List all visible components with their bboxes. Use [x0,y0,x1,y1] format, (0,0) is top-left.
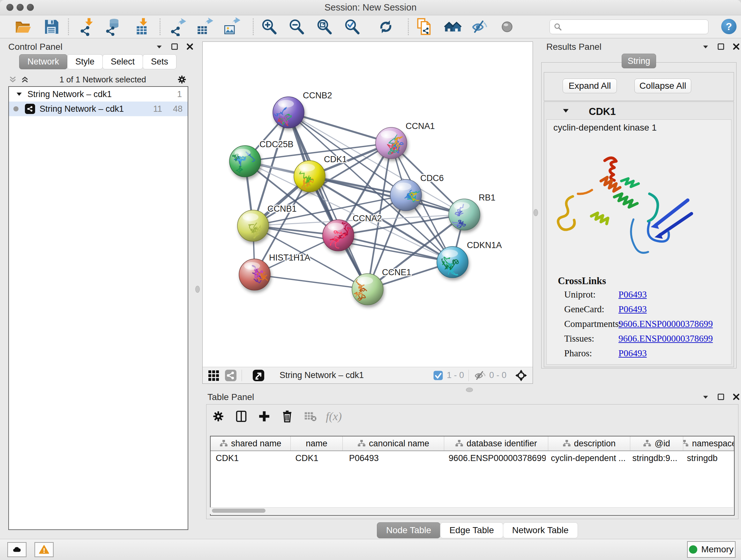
tab-edge-table[interactable]: Edge Table [440,522,503,538]
zoom-out-icon[interactable] [286,17,307,37]
show-all-icon[interactable] [497,17,517,37]
selected-checkbox-icon[interactable] [433,370,444,381]
network-row[interactable]: String Network – cdk1 11 48 [9,102,188,116]
warning-status-button[interactable] [35,542,54,557]
table-header-row: shared namenamecanonical namedatabase id… [211,436,734,451]
collapse-all-button[interactable]: Collapse All [634,78,691,93]
column-header--id[interactable]: @id [630,436,684,450]
hidden-eye-icon[interactable] [473,369,486,382]
birdseye-view-icon[interactable] [252,369,265,382]
network-options-gear-icon[interactable] [176,74,188,85]
column-header-database-identifier[interactable]: database identifier [444,436,548,450]
tab-select[interactable]: Select [103,54,143,69]
tab-node-table[interactable]: Node Table [377,522,441,538]
table-row[interactable]: CDK1CDK1P064939606.ENSP00000378699cyclin… [211,451,734,465]
network-collection-row[interactable]: String Network – cdk1 1 [9,87,188,102]
network-node-CDC6[interactable] [390,179,424,211]
panel-menu-icon[interactable] [701,43,710,51]
import-network-icon[interactable] [76,17,96,37]
column-header-namespace[interactable]: namespace [683,436,734,450]
column-header-shared-name[interactable]: shared name [211,436,291,450]
add-column-icon[interactable] [257,409,272,424]
network-node-CCNA2[interactable] [323,220,358,251]
grid-mode-icon[interactable] [207,369,220,382]
entry-expanded-icon[interactable] [562,107,570,115]
column-header-canonical-name[interactable]: canonical name [343,436,444,450]
panel-menu-icon[interactable] [701,393,710,401]
function-builder-icon[interactable]: f(x) [326,410,342,423]
zoom-fit-icon[interactable] [314,17,334,37]
open-file-icon[interactable] [13,17,33,37]
network-edge-CCNB2-CCNE1[interactable] [288,112,367,289]
crosslink-link[interactable]: 9606.ENSP00000378699 [618,319,713,329]
node-label-HIST1H1A: HIST1H1A [269,253,310,262]
save-session-icon[interactable] [42,17,61,37]
copy-network-icon[interactable] [415,17,434,37]
network-node-CDC25B[interactable] [229,145,261,177]
network-node-CDKN1A[interactable] [437,246,468,278]
panel-close-icon[interactable] [732,393,740,401]
tab-network-table[interactable]: Network Table [503,522,578,538]
panel-close-icon[interactable] [732,43,740,51]
network-node-CCNA1[interactable] [376,127,407,159]
network-edge-CCNA2-CDKN1A[interactable] [338,235,453,262]
first-neighbors-icon[interactable] [443,17,463,37]
tree-expanded-icon[interactable] [15,90,23,98]
tab-network[interactable]: Network [19,54,67,69]
cloud-status-button[interactable] [7,542,26,557]
export-network-icon[interactable] [167,17,187,37]
tab-string[interactable]: String [622,54,656,68]
splitter-handle[interactable] [534,209,538,216]
network-node-CDK1[interactable] [294,161,325,192]
network-node-CCNB1[interactable] [238,210,269,241]
results-panel-title: Results Panel [546,42,602,52]
protein-structure-image [554,142,700,263]
show-columns-icon[interactable] [234,409,249,424]
panel-close-icon[interactable] [186,43,194,51]
help-icon[interactable]: ? [721,19,737,34]
expand-all-button[interactable]: Expand All [562,78,617,93]
splitter-handle[interactable] [195,286,200,293]
panel-menu-icon[interactable] [155,43,163,51]
fit-content-crosshair-icon[interactable] [515,369,528,382]
crosslink-link[interactable]: P06493 [618,348,647,358]
zoom-in-icon[interactable] [259,17,279,37]
import-database-icon[interactable] [103,17,123,37]
expand-all-icon[interactable] [20,75,29,84]
collapse-all-icon[interactable] [8,75,17,84]
splitter-handle[interactable] [466,388,473,392]
network-node-RB1[interactable] [449,199,480,233]
network-node-HIST1H1A[interactable] [239,259,270,290]
delete-table-icon[interactable] [303,409,318,424]
network-edge-HIST1H1A-CCNE1[interactable] [255,274,367,289]
horizontal-scrollbar[interactable] [210,507,733,514]
zoom-selected-icon[interactable] [342,17,362,37]
table-settings-gear-icon[interactable] [211,409,226,424]
import-table-icon[interactable] [131,17,151,37]
delete-column-icon[interactable] [280,409,294,424]
network-edge-CCNB2-CCNA1[interactable] [288,112,391,143]
panel-float-icon[interactable] [171,43,179,51]
scrollbar-thumb[interactable] [212,509,266,513]
hide-selection-icon[interactable] [470,17,489,37]
share-view-icon[interactable] [224,369,237,382]
network-node-CCNE1[interactable] [348,273,383,305]
crosslink-label: Pharos: [564,348,618,359]
search-box[interactable] [549,19,709,34]
export-table-icon[interactable] [195,17,214,37]
tab-sets[interactable]: Sets [143,54,177,69]
column-header-name[interactable]: name [291,436,343,450]
tab-style[interactable]: Style [67,54,103,69]
network-canvas[interactable]: CCNB2CCNA1CDC25BCDK1CDC6RB1CCNB1CCNA2CDK… [203,42,533,368]
column-header-description[interactable]: description [548,436,630,450]
refresh-layout-icon[interactable] [376,17,396,37]
memory-button[interactable]: Memory [687,541,736,558]
crosslink-link[interactable]: 9606.ENSP00000378699 [618,333,713,344]
panel-float-icon[interactable] [717,393,725,401]
search-input[interactable] [564,20,708,34]
panel-float-icon[interactable] [717,43,725,51]
crosslink-link[interactable]: P06493 [618,304,647,314]
crosslink-link[interactable]: P06493 [618,289,647,300]
network-node-CCNB2[interactable] [273,97,304,136]
export-image-icon[interactable] [222,17,242,37]
